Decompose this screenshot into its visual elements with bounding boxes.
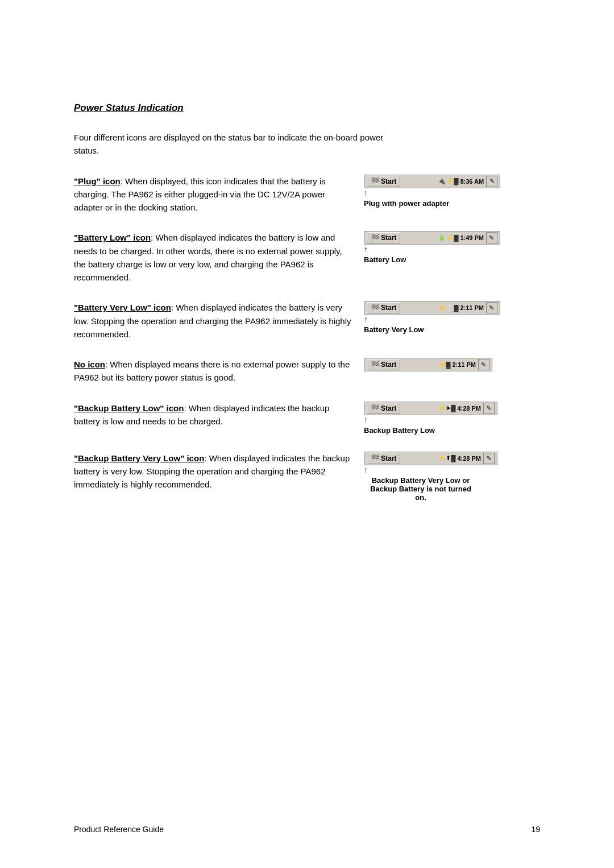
battvlow-caption: Battery Very Low xyxy=(364,325,424,334)
battlow-right-area: 🔋⚡▓ 1:49 PM xyxy=(438,234,484,242)
no-icon-statusbar-container: 🏁Start ⚡▓ 2:11 PM ✎ xyxy=(364,358,492,371)
backupbattvlow-arrow: ↑ xyxy=(364,466,368,474)
plug-label: "Plug" icon xyxy=(74,176,121,186)
backupbattvlow-time: 4:28 PM xyxy=(457,455,481,462)
start-icon-backupbattvlow: 🏁 xyxy=(371,454,380,462)
battlow-arrow: ↑ xyxy=(364,245,368,253)
plug-icon-section: "Plug" icon: When displayed, this icon i… xyxy=(74,175,540,214)
start-icon-noicon: 🏁 xyxy=(371,361,380,369)
battlow-caption: Battery Low xyxy=(364,255,406,264)
plug-time: 8:36 AM xyxy=(460,178,484,185)
battery-low-section: "Battery Low" icon: When displayed indic… xyxy=(74,231,540,284)
battvlow-time: 2:11 PM xyxy=(460,304,484,311)
backupbattlow-time: 4:28 PM xyxy=(457,405,481,412)
backup-battery-very-low-section: "Backup Battery Very Low" icon: When dis… xyxy=(74,452,540,502)
start-button-plug: 🏁Start xyxy=(367,176,400,187)
battlow-edit-icon: ✎ xyxy=(486,232,497,243)
backupbattvlow-right-area: ⚡⬆▓ 4:28 PM xyxy=(438,454,481,462)
plug-arrow: ↑ xyxy=(364,189,368,197)
start-icon-battvlow: 🏁 xyxy=(371,304,380,312)
backup-battery-low-label: "Backup Battery Low" icon xyxy=(74,403,184,413)
footer-page-number: 19 xyxy=(531,825,540,834)
battery-low-statusbar: 🏁Start 🔋⚡▓ 1:49 PM ✎ xyxy=(364,231,500,245)
page: Power Status Indication Four different i… xyxy=(0,0,614,868)
page-title: Power Status Indication xyxy=(74,102,540,114)
noicon-sys-icons: ⚡▓ xyxy=(438,361,450,369)
backupbattvlow-edit-icon: ✎ xyxy=(483,453,495,464)
battery-very-low-statusbar-container: 🏁Start ⚡❕▓ 2:11 PM ✎ ↑ Battery Very Low xyxy=(364,301,500,334)
backup-battery-very-low-description: "Backup Battery Very Low" icon: When dis… xyxy=(74,452,352,491)
footer-label: Product Reference Guide xyxy=(74,825,164,834)
backupbattvlow-sys-icons: ⚡⬆▓ xyxy=(438,454,455,462)
no-icon-description: No icon: When displayed means there is n… xyxy=(74,358,352,385)
start-icon-battlow: 🏁 xyxy=(371,234,380,242)
battery-very-low-statusbar: 🏁Start ⚡❕▓ 2:11 PM ✎ xyxy=(364,301,500,315)
battvlow-edit-icon: ✎ xyxy=(486,302,497,313)
battery-low-statusbar-container: 🏁Start 🔋⚡▓ 1:49 PM ✎ ↑ Battery Low xyxy=(364,231,500,264)
start-button-battvlow: 🏁Start xyxy=(367,302,400,313)
start-button-noicon: 🏁Start xyxy=(367,359,400,370)
plug-statusbar: 🏁Start 🔌⚡▓ 8:36 AM ✎ xyxy=(364,175,500,188)
backup-battlow-statusbar: 🏁Start ⚡➤▓ 4:28 PM ✎ xyxy=(364,402,497,415)
battery-very-low-description: "Battery Very Low" icon: When displayed … xyxy=(74,301,352,341)
start-icon-plug: 🏁 xyxy=(371,177,380,185)
backupbattlow-right-area: ⚡➤▓ 4:28 PM xyxy=(438,404,481,412)
noicon-right-area: ⚡▓ 2:11 PM xyxy=(438,361,476,369)
backupbattlow-arrow: ↑ xyxy=(364,416,368,424)
plug-caption: Plug with power adapter xyxy=(364,199,449,208)
battvlow-right-area: ⚡❕▓ 2:11 PM xyxy=(438,304,484,312)
battlow-time: 1:49 PM xyxy=(460,234,484,241)
backupbattlow-sys-icons: ⚡➤▓ xyxy=(438,404,455,412)
backup-battery-very-low-label: "Backup Battery Very Low" icon xyxy=(74,453,204,463)
backupbattvlow-caption: Backup Battery Very Low or Backup Batter… xyxy=(364,476,478,502)
battvlow-arrow: ↑ xyxy=(364,315,368,323)
backupbattlow-caption: Backup Battery Low xyxy=(364,426,435,435)
battery-low-label: "Battery Low" icon xyxy=(74,233,151,242)
start-button-backupbattvlow: 🏁Start xyxy=(367,453,400,464)
backupbattlow-edit-icon: ✎ xyxy=(483,403,495,414)
no-icon-section: No icon: When displayed means there is n… xyxy=(74,358,540,385)
content-area: "Plug" icon: When displayed, this icon i… xyxy=(74,175,540,502)
plug-right-area: 🔌⚡▓ 8:36 AM xyxy=(438,177,484,185)
backup-battery-low-description: "Backup Battery Low" icon: When displaye… xyxy=(74,402,352,428)
backup-battlow-statusbar-container: 🏁Start ⚡➤▓ 4:28 PM ✎ ↑ Backup Battery Lo… xyxy=(364,402,497,435)
battvlow-sys-icons: ⚡❕▓ xyxy=(438,304,458,312)
noicon-edit-icon: ✎ xyxy=(478,359,489,370)
plug-edit-icon: ✎ xyxy=(486,176,497,187)
battlow-sys-icons: 🔋⚡▓ xyxy=(438,234,458,242)
start-icon-backupbattlow: 🏁 xyxy=(371,404,380,412)
start-button-backupbattlow: 🏁Start xyxy=(367,403,400,414)
intro-paragraph: Four different icons are displayed on th… xyxy=(74,131,404,158)
plug-sys-icons: 🔌⚡▓ xyxy=(438,177,458,185)
backup-battvlow-statusbar: 🏁Start ⚡⬆▓ 4:28 PM ✎ xyxy=(364,452,497,465)
plug-description: "Plug" icon: When displayed, this icon i… xyxy=(74,175,352,214)
start-button-battlow: 🏁Start xyxy=(367,232,400,243)
no-icon-label: No icon xyxy=(74,359,105,369)
battery-very-low-section: "Battery Very Low" icon: When displayed … xyxy=(74,301,540,341)
plug-statusbar-container: 🏁Start 🔌⚡▓ 8:36 AM ✎ ↑ Plug with power a… xyxy=(364,175,500,208)
no-icon-text: : When displayed means there is no exter… xyxy=(74,359,350,382)
backup-battvlow-statusbar-container: 🏁Start ⚡⬆▓ 4:28 PM ✎ ↑ Backup Battery Ve… xyxy=(364,452,497,502)
backup-battery-low-section: "Backup Battery Low" icon: When displaye… xyxy=(74,402,540,435)
battery-very-low-label: "Battery Very Low" icon xyxy=(74,303,171,312)
no-icon-statusbar: 🏁Start ⚡▓ 2:11 PM ✎ xyxy=(364,358,492,371)
footer: Product Reference Guide 19 xyxy=(74,825,540,834)
battery-low-description: "Battery Low" icon: When displayed indic… xyxy=(74,231,352,284)
noicon-time: 2:11 PM xyxy=(452,361,476,368)
